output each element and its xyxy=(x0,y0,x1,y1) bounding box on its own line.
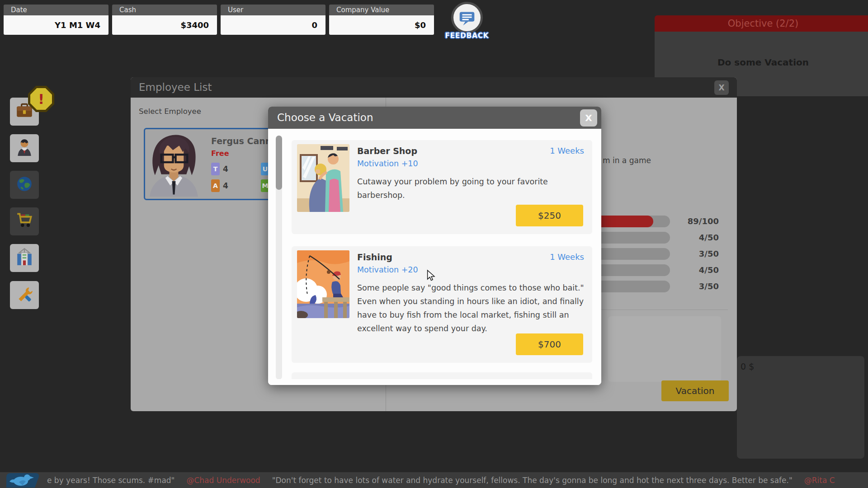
employee-icon xyxy=(15,138,34,159)
sidebar-item-employees[interactable] xyxy=(10,134,39,162)
vacation-effect: Motivation +20 xyxy=(357,265,418,274)
panel-decoration xyxy=(608,316,721,382)
ticker-text: e by years! Those scums. #mad" @Chad Und… xyxy=(47,472,868,488)
stat-label: Company Value xyxy=(329,5,434,15)
skill-value: 4/50 xyxy=(674,232,719,244)
employee-stat-t: T 4 xyxy=(211,163,228,175)
skill-value: 3/50 xyxy=(674,281,719,292)
window-title: Employee List xyxy=(139,77,212,98)
tools-icon xyxy=(15,285,34,305)
employee-name: Fergus Canno xyxy=(211,136,277,146)
close-icon[interactable]: X xyxy=(714,80,729,95)
sidebar-item-tools[interactable] xyxy=(10,281,39,309)
vacation-description: Cutaway your problem by going to your fa… xyxy=(357,175,588,202)
vacation-name: Fishing xyxy=(357,252,392,262)
speech-bubble-icon xyxy=(451,2,483,33)
employee-window-header: Employee List X xyxy=(131,77,737,98)
vacation-price-button[interactable]: $250 xyxy=(516,205,583,226)
money-value: 0 $ xyxy=(741,361,754,371)
vacation-option-fishing[interactable]: Fishing 1 Weeks Motivation +20 Some peop… xyxy=(292,246,592,363)
ticker-message: e by years! Those scums. #mad" xyxy=(47,476,175,485)
vacation-option-barber-shop[interactable]: Barber Shop 1 Weeks Motivation +10 Cutaw… xyxy=(292,140,592,234)
select-employee-label: Select Employee xyxy=(139,107,201,116)
stat-label: Cash xyxy=(112,5,217,15)
shopping-cart-icon xyxy=(15,211,34,232)
vacation-button[interactable]: Vacation xyxy=(661,380,729,401)
stat-a-badge: A xyxy=(211,179,220,192)
objective-title: Objective (2/2) xyxy=(655,15,868,32)
building-crane-icon xyxy=(15,248,34,268)
stat-t-badge: T xyxy=(211,163,220,175)
vacation-duration: 1 Weeks xyxy=(550,252,584,262)
vacation-description: Some people say "good things comes to th… xyxy=(357,281,588,335)
vacation-name: Barber Shop xyxy=(357,146,417,156)
stat-label: Date xyxy=(4,5,108,15)
alert-badge-label: ! xyxy=(30,88,52,110)
money-panel: 0 $ xyxy=(737,356,864,459)
twitter-bird-icon xyxy=(5,473,43,488)
vacation-price-button[interactable]: $700 xyxy=(516,333,583,355)
close-icon[interactable]: X xyxy=(580,109,597,127)
vacation-duration: 1 Weeks xyxy=(550,146,584,155)
feedback-button[interactable]: FEEDBACK xyxy=(441,2,493,40)
employee-stat-a: A 4 xyxy=(211,179,228,192)
stat-box-date: Date Y1 M1 W4 xyxy=(4,5,108,35)
globe-icon xyxy=(15,174,34,195)
ticker-handle: @Chad Underwood xyxy=(186,476,260,485)
scrollbar-track[interactable] xyxy=(276,136,282,380)
stat-value: 0 xyxy=(221,15,326,35)
feedback-label: FEEDBACK xyxy=(441,32,493,40)
stat-box-user: User 0 xyxy=(221,5,326,35)
game-screen: Date Y1 M1 W4 Cash $3400 User 0 Company … xyxy=(0,0,868,488)
vacation-effect: Motivation +10 xyxy=(357,159,418,168)
stat-label: User xyxy=(221,5,326,15)
stat-value: $3400 xyxy=(112,15,217,35)
stat-value: $0 xyxy=(329,15,434,35)
ticker-message: "Don't forget to have lots of water and … xyxy=(272,476,793,485)
social-ticker: e by years! Those scums. #mad" @Chad Und… xyxy=(0,472,868,488)
sidebar-item-world[interactable] xyxy=(10,171,39,199)
stat-value: Y1 M1 W4 xyxy=(4,15,108,35)
employee-avatar xyxy=(148,131,200,197)
choose-vacation-modal: Choose a Vacation X xyxy=(268,107,601,385)
stat-box-company-value: Company Value $0 xyxy=(329,5,434,35)
modal-header: Choose a Vacation X xyxy=(268,107,601,129)
sidebar-item-shop[interactable] xyxy=(10,207,39,235)
scrollbar-thumb[interactable] xyxy=(276,136,282,190)
ticker-handle: @Rita C xyxy=(804,476,835,485)
barber-shop-image xyxy=(297,144,349,212)
skill-value: 89/100 xyxy=(674,216,719,227)
modal-title: Choose a Vacation xyxy=(277,107,373,129)
section-divider xyxy=(601,310,728,310)
stat-box-cash: Cash $3400 xyxy=(112,5,217,35)
employee-detail-text: m in a game xyxy=(603,156,651,165)
objective-task: Do some Vacation xyxy=(655,32,868,68)
sidebar-item-construction[interactable] xyxy=(10,244,39,272)
modal-bottom-mask xyxy=(268,379,601,385)
skill-value: 4/50 xyxy=(674,264,719,276)
employee-status: Free xyxy=(211,149,229,158)
fishing-image xyxy=(297,250,349,318)
skill-value: 3/50 xyxy=(674,248,719,260)
